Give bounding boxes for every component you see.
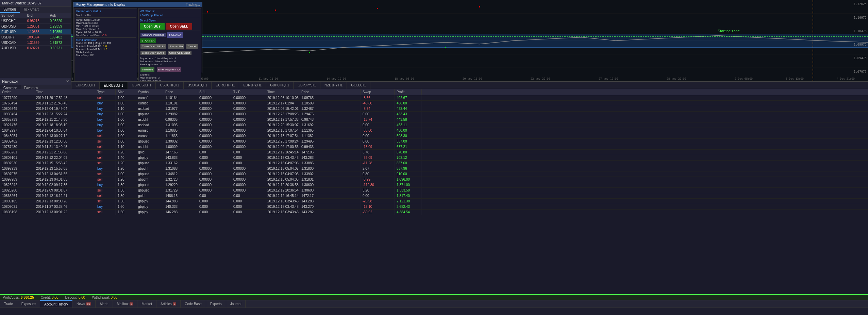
bottom-tab[interactable]: Journal [226, 300, 246, 308]
navigator-close[interactable]: ✕ [66, 79, 69, 84]
clear-all-button[interactable]: Clear All Pendings [140, 33, 166, 37]
col-header: Type [95, 89, 116, 95]
chart-tab[interactable]: NZDJPY,H1 [320, 82, 347, 89]
chart-tab[interactable]: GOLD,H1 [347, 82, 370, 89]
bottom-tab[interactable]: Market [137, 300, 156, 308]
svg-text:1.09975: 1.09975 [854, 43, 867, 46]
table-row[interactable]: 10865264 2019.12.12 16:12:21 sell 1.30 g… [0, 193, 868, 199]
svg-text:4 Dec 21:00: 4 Dec 21:00 [837, 77, 855, 80]
market-row[interactable]: USDJPY 109.394 109.402 [0, 35, 71, 40]
table-row[interactable]: 10826242 2019.12.02 09:17:35 buy 1.30 gb… [0, 182, 868, 188]
svg-point-19 [479, 6, 480, 7]
table-row[interactable]: 10771290 2019.11.29 17:52:48 sell 1.00 e… [0, 95, 868, 101]
table-row[interactable]: 10808198 2019.12.13 00:01:22 sell 1.60 g… [0, 210, 868, 215]
col-header: Symbol [136, 89, 163, 95]
bottom-tab[interactable]: Code Base [181, 300, 206, 308]
close-buys-button[interactable]: Close Open BUY's [140, 51, 166, 55]
svg-point-21 [309, 52, 310, 53]
table-row[interactable]: 10826280 2019.12.09 08:31:07 sell 1.30 g… [0, 188, 868, 193]
market-watch-tabs: Symbols Tick Chart [0, 6, 71, 13]
chart-tab[interactable]: GBPUSD,H1 [128, 82, 156, 89]
bottom-tab[interactable]: News 99 [72, 300, 96, 308]
svg-text:14 Nov 19:00: 14 Nov 19:00 [327, 77, 346, 80]
table-row[interactable]: 10842997 2019.12.04 10:35:04 buy 1.00 eu… [0, 128, 868, 133]
cancel-button[interactable]: Cancel [186, 44, 198, 49]
enter-payment-button[interactable]: Enter Payment ID [157, 67, 181, 72]
bottom-tab[interactable]: Account History [40, 300, 72, 308]
svg-text:28 Nov 20:00: 28 Nov 20:00 [667, 77, 686, 80]
svg-text:1.12625: 1.12625 [854, 2, 867, 6]
svg-point-16 [207, 11, 208, 13]
strategy-panel-title: Money Management Info Display Trading... [73, 2, 202, 7]
chart-tab[interactable]: USDCHF,H1 [156, 82, 183, 89]
table-row[interactable]: 10809101 2019.12.12 22:04:09 sell 1.40 g… [0, 155, 868, 161]
col-header: S / L [197, 89, 231, 95]
chart-tab[interactable]: GBPJPY,H1 [294, 82, 320, 89]
svg-point-18 [377, 8, 378, 9]
open-sell-button[interactable]: Open SELL [166, 23, 192, 30]
table-row[interactable]: 10809105 2019.12.13 00:00:28 sell 1.50 g… [0, 199, 868, 204]
validated-button[interactable]: Validated [140, 67, 154, 72]
bottom-tab[interactable]: Exposure [17, 300, 40, 308]
table-row[interactable]: 10802649 2019.12.04 19:49:04 buy 1.10 us… [0, 106, 868, 112]
hold-ea-button[interactable]: HOLD EA [167, 32, 183, 38]
col-header: Order [0, 89, 34, 95]
market-row[interactable]: EURUSD 1.10853 1.10859 [0, 29, 71, 35]
svg-text:18 Nov 03:00: 18 Nov 03:00 [395, 77, 414, 80]
svg-text:3 Dec 13:00: 3 Dec 13:00 [786, 77, 804, 80]
chart-tab[interactable]: EURJPY,H1 [239, 82, 266, 89]
col-header: Time [265, 89, 299, 95]
chart-symbol-tabs: EURUSD,H1EURUSD,H1GBPUSD,H1USDCHF,H1USDC… [71, 82, 868, 89]
chart-tab[interactable]: EURUSD,H1 [100, 82, 128, 89]
bottom-tab[interactable]: Mailbox 2 [113, 300, 138, 308]
close-sells-button[interactable]: Close Open SELLs [140, 44, 166, 49]
open-buy-button[interactable]: Open BUY [140, 23, 165, 30]
chart-tab[interactable]: EURUSD,H1 [71, 82, 100, 89]
market-watch-title-text: Market Watch: 10:49:37 [2, 1, 41, 5]
bottom-tab[interactable]: Experts [206, 300, 226, 308]
table-row[interactable]: 10757430 2019.11.21 13:40:45 sell 1.10 u… [0, 144, 868, 150]
tab-symbols[interactable]: Symbols [0, 6, 20, 13]
svg-point-17 [275, 10, 276, 11]
market-row[interactable]: GBPUSD 1.29351 1.29359 [0, 24, 71, 29]
tab-tick-chart[interactable]: Tick Chart [20, 6, 42, 13]
chart-tab[interactable]: USDCAD,H1 [184, 82, 212, 89]
svg-text:Starting zone: Starting zone [718, 29, 740, 33]
orders-header: OrderTimeTypeSizeSymbolPriceS / LT / PTi… [0, 89, 868, 95]
table-row[interactable]: 10809031 2019.11.27 03:38:46 buy 1.60 gb… [0, 204, 868, 210]
bottom-tab[interactable]: Articles 2 [156, 300, 181, 308]
table-row[interactable]: 10897975 2019.12.13 04:31:55 sell 1.00 g… [0, 171, 868, 177]
bottom-tab[interactable]: Trade [0, 300, 17, 308]
svg-text:1.07975: 1.07975 [854, 70, 867, 73]
table-row[interactable]: 10921476 2019.12.18 18:03:19 buy 1.00 us… [0, 122, 868, 128]
table-row[interactable]: 10852739 2019.12.11 21:48:30 buy 1.00 us… [0, 117, 868, 122]
table-row[interactable]: 10897930 2019.12.15 15:58:42 sell 1.20 g… [0, 161, 868, 166]
market-row[interactable]: AUDUSD 0.69221 0.69231 [0, 46, 71, 51]
orders-footer: Profit/Loss: 6 860.25 Credit: 0.00 Depos… [0, 294, 868, 300]
table-row[interactable]: 10939464 2019.12.23 15:22:24 buy 1.00 gb… [0, 112, 868, 117]
table-row[interactable]: 10897939 2019.12.13 15:58:05 buy 1.20 gb… [0, 166, 868, 171]
table-row[interactable]: 10865261 2019.12.21 21:35:08 sell 1.20 g… [0, 150, 868, 155]
col-header: Swap [361, 89, 395, 95]
market-row[interactable]: USDCHF 0.98213 0.98220 [0, 18, 71, 24]
market-watch-title: Market Watch: 10:49:37 [0, 0, 71, 6]
col-header: Price [299, 89, 361, 95]
col-header: T / P [231, 89, 265, 95]
chart-tab[interactable]: GBPCHF,H1 [266, 82, 294, 89]
market-row[interactable]: USDCAD 1.31559 1.31572 [0, 40, 71, 46]
svg-point-22 [445, 47, 446, 48]
svg-text:27 Nov 12:00: 27 Nov 12:00 [599, 77, 618, 80]
table-row[interactable]: 10897989 2019.12.13 04:31:03 sell 1.20 g… [0, 177, 868, 182]
table-row[interactable]: 10843054 2019.12.13 00:27:12 sell 1.00 e… [0, 133, 868, 139]
chart-tab[interactable]: EURCHF,H1 [212, 82, 239, 89]
close-all-button[interactable]: Close All in Chart [168, 51, 191, 55]
strategy-panel: Money Management Info Display Trading...… [73, 2, 202, 73]
restart-ea-button[interactable]: Restart EA [168, 44, 184, 49]
bottom-tab[interactable]: Alerts [96, 300, 113, 308]
start-ea-button[interactable]: START EA [140, 38, 156, 43]
col-ask: Ask [48, 13, 71, 18]
table-row[interactable]: 10765494 2019.11.22 21:46:46 buy 1.00 eu… [0, 101, 868, 106]
table-row[interactable]: 10939482 2019.12.13 12:06:50 sell 1.00 g… [0, 139, 868, 144]
orders-body[interactable]: 10771290 2019.11.29 17:52:48 sell 1.00 e… [0, 95, 868, 297]
col-header: Time [34, 89, 95, 95]
